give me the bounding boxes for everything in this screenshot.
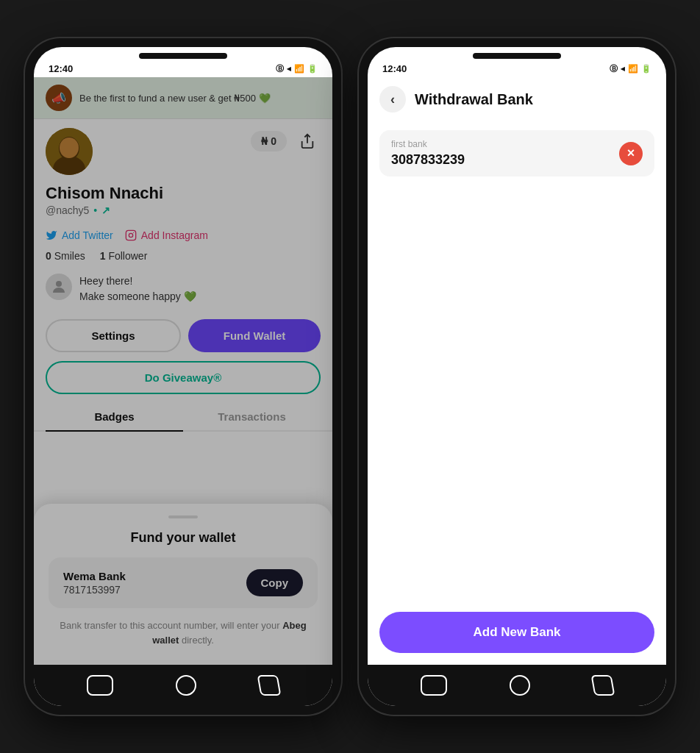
withdrawal-header: ‹ Withdrawal Bank	[368, 77, 666, 124]
bottom-nav-1	[34, 665, 332, 706]
overlay-dim	[34, 77, 332, 665]
nav-back-button[interactable]	[176, 675, 196, 696]
add-bank-button[interactable]: Add New Bank	[379, 612, 654, 653]
status-icons-2: Ⓑ ◂ 📶 🔋	[610, 63, 651, 74]
bank-account-number: 3087833239	[391, 152, 465, 168]
phone-1: 12:40 Ⓑ ◂ 📶 🔋 📣 Be the first to fund a n…	[25, 38, 341, 715]
status-bar-1: 12:40 Ⓑ ◂ 📶 🔋	[34, 59, 332, 77]
withdrawal-title: Withdrawal Bank	[415, 91, 533, 108]
location-icon: ◂	[287, 64, 291, 74]
nav-home-button[interactable]	[87, 675, 113, 696]
nav-recent-button[interactable]	[257, 675, 281, 696]
time-2: 12:40	[382, 63, 407, 74]
spacer	[368, 182, 666, 600]
back-button[interactable]: ‹	[379, 86, 406, 113]
notch	[139, 53, 227, 59]
battery-icon-2: Ⓑ	[610, 63, 618, 74]
bottom-nav-2	[368, 665, 666, 706]
nav-home-button-2[interactable]	[421, 675, 447, 696]
battery-level: 🔋	[307, 64, 318, 74]
battery-icon: Ⓑ	[276, 63, 284, 74]
bank-entry: first bank 3087833239 ×	[379, 130, 654, 176]
nav-back-button-2[interactable]	[510, 675, 530, 696]
notch-2	[473, 53, 561, 59]
battery-level-2: 🔋	[641, 64, 651, 74]
bank-entry-info: first bank 3087833239	[391, 139, 465, 168]
phone-2: 12:40 Ⓑ ◂ 📶 🔋 ‹ Withdrawal Bank	[359, 38, 675, 715]
status-bar-2: 12:40 Ⓑ ◂ 📶 🔋	[368, 59, 666, 77]
withdrawal-screen: ‹ Withdrawal Bank first bank 3087833239 …	[368, 77, 666, 665]
bank-label: first bank	[391, 139, 465, 149]
signal-icon-2: 📶	[628, 64, 638, 74]
status-icons-1: Ⓑ ◂ 📶 🔋	[276, 63, 318, 74]
time-1: 12:40	[49, 63, 73, 74]
profile-screen: 📣 Be the first to fund a new user & get …	[34, 77, 332, 665]
location-icon-2: ◂	[621, 64, 625, 74]
signal-icon: 📶	[294, 64, 304, 74]
nav-recent-button-2[interactable]	[590, 675, 615, 696]
close-icon: ×	[627, 146, 635, 161]
back-icon: ‹	[390, 92, 395, 107]
remove-bank-button[interactable]: ×	[619, 142, 643, 165]
